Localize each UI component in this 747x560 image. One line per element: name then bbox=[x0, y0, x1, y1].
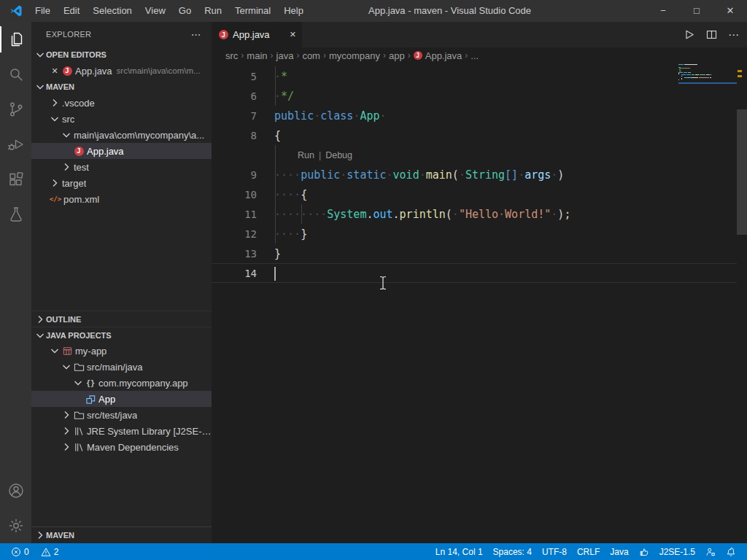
package-icon: {} bbox=[84, 377, 97, 389]
code-text: ····{ bbox=[257, 188, 307, 201]
run-and-debug-icon bbox=[7, 136, 25, 153]
code-line-13[interactable]: 13} bbox=[212, 244, 737, 263]
menu-selection[interactable]: Selection bbox=[86, 0, 138, 22]
maven-tree-item-src[interactable]: src bbox=[31, 111, 212, 127]
code-text: * Hello world! bbox=[257, 63, 373, 65]
menu-terminal[interactable]: Terminal bbox=[228, 0, 277, 22]
status-label: Java bbox=[610, 547, 628, 557]
activitybar-run-and-debug[interactable] bbox=[0, 127, 31, 162]
status-java-runtime[interactable]: J2SE-1.5 bbox=[654, 543, 700, 560]
breadcrumb-item-com[interactable]: com bbox=[301, 50, 321, 61]
code-editor[interactable]: * Hello world!5·*6·*/7public·class·App·8… bbox=[212, 63, 747, 543]
activitybar-source-control[interactable] bbox=[0, 92, 31, 127]
code-line-12[interactable]: 12····} bbox=[212, 224, 737, 244]
window-title: App.java - maven - Visual Studio Code bbox=[368, 0, 531, 22]
minimize-button[interactable]: − bbox=[646, 0, 680, 22]
code-line-6[interactable]: 6·*/ bbox=[212, 86, 737, 106]
code-line-10[interactable]: 10····{ bbox=[212, 184, 737, 204]
status-label: Ln 14, Col 1 bbox=[436, 547, 483, 557]
tab-app-java[interactable]: J App.java ✕ bbox=[212, 22, 302, 47]
maximize-button[interactable]: □ bbox=[680, 0, 713, 22]
status-cursor-position[interactable]: Ln 14, Col 1 bbox=[430, 543, 488, 560]
java-projects-tree-item-src-test-java[interactable]: src/test/java bbox=[31, 407, 212, 423]
maven-tree-item-app-java[interactable]: JApp.java bbox=[31, 143, 212, 159]
editor-scrollbar[interactable] bbox=[737, 63, 747, 543]
java-projects-tree-item-app[interactable]: App bbox=[31, 391, 212, 407]
activitybar-accounts[interactable] bbox=[0, 473, 31, 508]
activitybar-search[interactable] bbox=[0, 57, 31, 92]
breadcrumb-item-app[interactable]: app bbox=[388, 50, 406, 61]
breadcrumb-item-mycompany[interactable]: mycompany bbox=[328, 50, 381, 61]
status-problems-errors[interactable]: 0 bbox=[6, 543, 34, 560]
vscode-window: FileEditSelectionViewGoRunTerminalHelp A… bbox=[0, 0, 747, 560]
menu-run[interactable]: Run bbox=[198, 0, 228, 22]
section-header-maven-lifecycle[interactable]: MAVEN bbox=[31, 527, 212, 543]
code-line-5[interactable]: 5·* bbox=[212, 66, 737, 86]
split-editor-button[interactable] bbox=[705, 28, 718, 41]
breadcrumb-item-app-java[interactable]: JApp.java bbox=[413, 50, 463, 61]
java-projects-tree-item-src-main-java[interactable]: src/main/java bbox=[31, 359, 212, 375]
open-editor-item-app-java[interactable]: ✕JApp.javasrc\main\java\com\m... bbox=[31, 63, 212, 79]
code-line-11[interactable]: 11········System.out.println(·"Hello·Wor… bbox=[212, 204, 737, 224]
close-editor-icon[interactable]: ✕ bbox=[49, 66, 61, 76]
status-language-mode[interactable]: Java bbox=[605, 543, 633, 560]
java-projects-tree-item-my-app[interactable]: my-app bbox=[31, 343, 212, 359]
maven-tree-item-pom-xml[interactable]: </>pom.xml bbox=[31, 191, 212, 207]
status-problems-warnings[interactable]: 2 bbox=[36, 543, 64, 560]
breadcrumb-item-java[interactable]: java bbox=[276, 50, 295, 61]
code-line-7[interactable]: 7public·class·App· bbox=[212, 106, 737, 125]
line-number: 14 bbox=[212, 268, 257, 279]
sidebar-title-label: EXPLORER bbox=[46, 30, 91, 39]
menu-view[interactable]: View bbox=[139, 0, 172, 22]
activitybar-extensions[interactable] bbox=[0, 162, 31, 197]
activitybar-explorer[interactable] bbox=[0, 22, 31, 57]
section-header-outline[interactable]: OUTLINE bbox=[31, 311, 212, 327]
codelens-run[interactable]: Run bbox=[298, 150, 314, 160]
code-line-14[interactable]: 14 bbox=[212, 263, 737, 283]
scrollbar-thumb[interactable] bbox=[737, 109, 747, 235]
breadcrumb-label: app bbox=[389, 50, 405, 61]
section-header-java-projects[interactable]: JAVA PROJECTS bbox=[31, 327, 212, 343]
tab-close-icon[interactable]: ✕ bbox=[290, 30, 296, 39]
chevron-down-icon bbox=[34, 49, 46, 61]
java-projects-tree-item-jre-system-library-j2se-1-5[interactable]: JRE System Library [J2SE-1.5] bbox=[31, 423, 212, 439]
java-projects-tree-item-maven-dependencies[interactable]: Maven Dependencies bbox=[31, 439, 212, 455]
status-label: CRLF bbox=[577, 547, 600, 557]
menu-file[interactable]: File bbox=[28, 0, 57, 22]
breadcrumb-item-[interactable]: ... bbox=[470, 50, 479, 61]
status-java-status[interactable] bbox=[634, 543, 654, 560]
section-header-maven[interactable]: MAVEN bbox=[31, 79, 212, 95]
codelens-debug[interactable]: Debug bbox=[325, 150, 352, 160]
status-feedback[interactable] bbox=[700, 543, 721, 560]
maven-tree-item-vscode[interactable]: .vscode bbox=[31, 95, 212, 111]
breadcrumb-item-src[interactable]: src bbox=[225, 50, 239, 61]
codelens: Run|Debug bbox=[212, 145, 737, 165]
status-encoding[interactable]: UTF-8 bbox=[537, 543, 572, 560]
menu-go[interactable]: Go bbox=[172, 0, 198, 22]
activitybar-testing[interactable] bbox=[0, 197, 31, 232]
code-line-8[interactable]: 8{ bbox=[212, 125, 737, 145]
run-button[interactable] bbox=[683, 28, 695, 41]
menu-help[interactable]: Help bbox=[277, 0, 310, 22]
maven-tree-item-main-java-com-mycompany-a[interactable]: main\java\com\mycompany\a... bbox=[31, 127, 212, 143]
menu-edit[interactable]: Edit bbox=[57, 0, 86, 22]
code-text: ····public·static·void·main(·String[]·ar… bbox=[257, 168, 564, 182]
tab-label: App.java bbox=[233, 29, 270, 40]
maven-tree-item-test[interactable]: test bbox=[31, 159, 212, 175]
section-header-open-editors[interactable]: OPEN EDITORS bbox=[31, 47, 212, 63]
code-line-9[interactable]: 9····public·static·void·main(·String[]·a… bbox=[212, 165, 737, 184]
status-notifications[interactable] bbox=[721, 543, 741, 560]
java-projects-tree-item-com-mycompany-app[interactable]: {}com.mycompany.app bbox=[31, 375, 212, 391]
breadcrumb-item-main[interactable]: main bbox=[246, 50, 268, 61]
status-eol[interactable]: CRLF bbox=[572, 543, 605, 560]
maven-tree-item-target[interactable]: target bbox=[31, 175, 212, 191]
sidebar-more-actions-icon[interactable]: ⋯ bbox=[191, 28, 201, 40]
minimap[interactable] bbox=[678, 64, 737, 82]
activitybar-manage[interactable] bbox=[0, 508, 31, 543]
status-label: UTF-8 bbox=[542, 547, 567, 557]
close-button[interactable]: ✕ bbox=[713, 0, 747, 22]
more-actions-button[interactable]: ⋯ bbox=[728, 28, 740, 42]
status-indentation[interactable]: Spaces: 4 bbox=[488, 543, 537, 560]
java-file-icon: J bbox=[414, 51, 422, 60]
chevron-down-icon bbox=[34, 330, 46, 341]
